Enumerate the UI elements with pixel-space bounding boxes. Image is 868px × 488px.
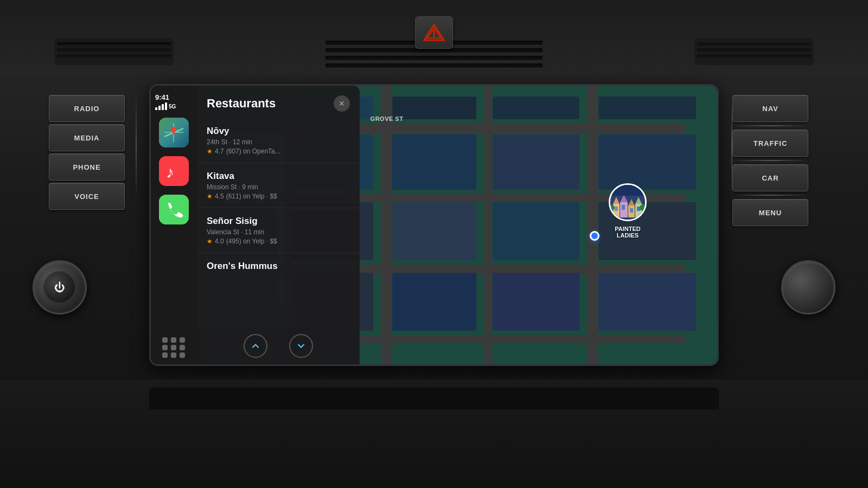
right-knob-area [781,260,835,314]
traffic-button[interactable]: TRAFFIC [732,130,808,157]
signal-bars [155,102,167,110]
svg-rect-41 [598,134,696,190]
nav-button[interactable]: NAV [732,95,808,122]
music-app-icon[interactable]: ♪ [159,156,189,186]
phone-button[interactable]: PHONE [49,153,125,181]
svg-rect-50 [615,207,618,211]
restaurant-address: Mission St · 9 min [207,183,350,191]
svg-rect-21 [381,86,391,364]
svg-text:♪: ♪ [166,163,174,181]
knob-inner: ⏻ [43,271,76,304]
restaurant-name: Señor Sisig [207,216,350,227]
carplay-screen: 9:41 5G [151,86,717,364]
landmark-circle [609,183,647,221]
screen-bottom-trim [149,388,719,409]
svg-rect-62 [610,185,647,196]
svg-rect-13 [159,195,189,224]
restaurant-list: Nōvy 24th St · 12 min ★ 4.7 (607) on Ope… [197,118,360,328]
rating-details: (495) on Yelp · $$ [226,237,277,245]
right-divider [731,92,732,201]
svg-rect-38 [493,202,579,260]
svg-rect-22 [484,86,492,364]
svg-rect-37 [493,134,579,190]
restaurant-item[interactable]: Señor Sisig Valencia St · 11 min ★ 4.0 (… [197,208,360,253]
svg-point-3 [433,37,435,38]
separator [732,160,808,161]
voice-button[interactable]: VOICE [49,183,125,210]
svg-rect-34 [392,202,476,260]
svg-rect-53 [622,205,625,210]
restaurant-name: Nōvy [207,126,350,137]
painted-ladies-landmark: PAINTED LADIES [609,183,647,221]
close-button[interactable]: ✕ [334,95,350,112]
scroll-down-button[interactable] [289,334,313,358]
svg-rect-35 [392,273,476,331]
panel-header: Restaurants ✕ [197,86,360,118]
vent-slat [326,56,542,60]
restaurant-rating: ★ 4.0 (495) on Yelp · $$ [207,237,350,245]
restaurant-name: Kitava [207,171,350,182]
volume-knob[interactable] [781,260,835,314]
left-knob-area: ⏻ [33,260,87,314]
left-control-panel: RADIO MEDIA PHONE VOICE [49,95,136,210]
rating-count: (607) on OpenTa... [226,147,280,155]
star-icon: ★ [207,147,213,155]
rating-value: 4.0 [215,237,224,245]
time-display: 9:41 [155,93,193,101]
svg-rect-39 [493,273,579,331]
restaurant-name: Oren's Hummus [207,261,350,272]
panel-title: Restaurants [207,97,276,111]
rating-value: 4.7 [215,147,224,155]
svg-point-61 [640,204,646,211]
left-vent [54,38,174,65]
restaurant-item[interactable]: Kitava Mission St · 9 min ★ 4.5 (611) on… [197,163,360,208]
svg-text:GROVE ST: GROVE ST [371,115,404,122]
home-button-area [162,337,186,358]
radio-button[interactable]: RADIO [49,95,125,122]
restaurant-address: 24th St · 12 min [207,138,350,146]
menu-button[interactable]: MENU [732,199,808,226]
media-button[interactable]: MEDIA [49,124,125,151]
vent-slat [326,48,542,53]
svg-rect-56 [630,208,633,213]
right-control-panel: NAV TRAFFIC CAR MENU [732,95,819,226]
rating-value: 4.5 [215,192,224,200]
home-button[interactable] [162,337,186,358]
top-vent-area [0,0,868,76]
svg-rect-40 [598,97,696,119]
power-knob[interactable]: ⏻ [33,260,87,314]
user-location-dot [590,231,601,242]
maps-app-icon[interactable] [159,118,189,147]
restaurant-panel: Restaurants ✕ Nōvy 24th St · 12 min ★ 4.… [197,86,360,364]
svg-rect-23 [588,86,597,364]
left-divider [136,92,137,201]
bottom-dashboard [0,380,868,488]
star-icon: ★ [207,237,213,245]
location-indicator [590,231,599,241]
car-button[interactable]: CAR [732,164,808,191]
restaurant-item[interactable]: Oren's Hummus [197,253,360,281]
right-vent [694,38,814,65]
restaurant-address: Valencia St · 11 min [207,228,350,236]
painted-ladies-label: PAINTED LADIES [606,226,649,239]
hazard-button[interactable] [415,16,453,49]
restaurant-rating: ★ 4.7 (607) on OpenTa... [207,147,350,155]
svg-rect-36 [493,97,579,119]
rating-details: (611) on Yelp · $$ [226,192,277,200]
phone-app-icon[interactable] [159,195,189,224]
svg-rect-33 [392,134,476,190]
restaurant-item[interactable]: Nōvy 24th St · 12 min ★ 4.7 (607) on Ope… [197,118,360,163]
nav-arrows [197,328,360,364]
scroll-up-button[interactable] [244,334,267,358]
separator [732,195,808,196]
svg-rect-32 [392,97,476,119]
power-icon: ⏻ [44,272,75,303]
carplay-sidebar: 9:41 5G [151,86,197,364]
restaurant-rating: ★ 4.5 (611) on Yelp · $$ [207,192,350,200]
star-icon: ★ [207,192,213,200]
dashboard: RADIO MEDIA PHONE VOICE NAV TRAFFIC CAR … [0,0,868,488]
svg-rect-43 [598,273,696,331]
vent-slat [326,63,542,68]
screen-bezel: 9:41 5G [149,84,719,366]
separator [732,125,808,126]
